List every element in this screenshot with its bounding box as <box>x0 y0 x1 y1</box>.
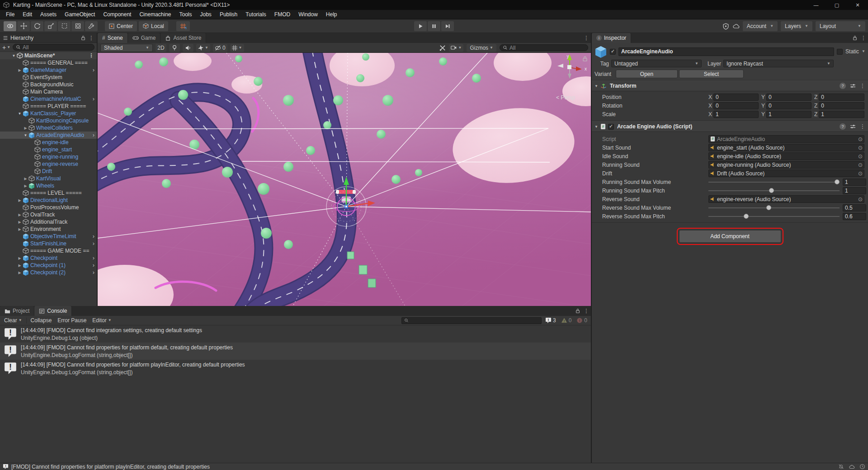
menu-fmod[interactable]: FMOD <box>270 10 294 19</box>
object-picker-icon[interactable]: ⊙ <box>858 170 863 177</box>
handle-rotation-button[interactable]: Local <box>139 21 168 31</box>
scene-audio-button[interactable] <box>183 44 193 52</box>
object-picker-icon[interactable]: ⊙ <box>858 153 863 160</box>
scene-lighting-button[interactable] <box>169 44 180 52</box>
expand-icon[interactable]: ▶ <box>23 177 28 181</box>
hierarchy-search-input[interactable]: All <box>13 44 94 51</box>
foldout-icon[interactable]: ▼ <box>594 84 598 88</box>
expand-icon[interactable]: ▼ <box>23 133 28 137</box>
tab-asset-store[interactable]: Asset Store <box>160 33 206 43</box>
help-icon[interactable]: ? <box>840 123 846 130</box>
position-z-input[interactable]: 0 <box>819 94 864 101</box>
running-sound-max-pitch-input[interactable]: 1 <box>843 187 866 194</box>
rotate-tool-button[interactable] <box>31 21 43 31</box>
layers-dropdown[interactable]: Layers▼ <box>781 21 812 31</box>
console-log-entry[interactable]: [14:44:09] [FMOD] Cannot find properties… <box>0 343 591 360</box>
presets-icon[interactable] <box>850 83 856 89</box>
hidden-objects-button[interactable]: 0 <box>213 44 227 52</box>
hierarchy-item-player-divider[interactable]: ===== PLAYER ===== <box>0 103 97 110</box>
menu-component[interactable]: Component <box>99 10 135 19</box>
reverse-sound-max-pitch-input[interactable]: 0.6 <box>843 213 866 220</box>
close-button[interactable]: ✕ <box>847 0 868 10</box>
step-button[interactable] <box>441 21 454 31</box>
component-enabled-checkbox[interactable] <box>608 124 614 130</box>
scale-y-input[interactable]: 1 <box>766 111 811 118</box>
gameobject-name-field[interactable]: ArcadeEngineAudio <box>618 47 834 56</box>
pause-button[interactable] <box>428 21 440 31</box>
gizmo-center-cube[interactable] <box>567 65 571 69</box>
static-checkbox[interactable] <box>837 49 843 55</box>
expand-icon[interactable]: ▼ <box>17 112 23 116</box>
hierarchy-item-arcadeengineaudio[interactable]: ▼ArcadeEngineAudio› <box>0 132 97 139</box>
layout-dropdown[interactable]: Layout▼ <box>816 21 865 31</box>
hierarchy-item-backgroundmusic[interactable]: BackgroundMusic <box>0 81 97 88</box>
object-picker-icon[interactable]: ⊙ <box>858 162 863 168</box>
kebab-menu-icon[interactable]: ⋮ <box>861 35 866 41</box>
hierarchy-item-objectivetimelimit[interactable]: ObjectiveTimeLimit› <box>0 233 97 240</box>
menu-window[interactable]: Window <box>294 10 322 19</box>
collab-icon[interactable] <box>722 23 729 30</box>
rotation-y-input[interactable]: 0 <box>766 102 811 109</box>
position-x-input[interactable]: 0 <box>713 94 759 101</box>
minimize-button[interactable]: — <box>806 0 826 10</box>
move-tool-button[interactable] <box>17 21 30 31</box>
script-component-header[interactable]: ▼ Arcade Engine Audio (Script) ? ⋮ <box>592 121 868 132</box>
pivot-mode-button[interactable]: Center <box>105 21 137 31</box>
hierarchy-item-directionallight[interactable]: ▶DirectionalLight <box>0 197 97 204</box>
add-component-button[interactable]: Add Component <box>679 230 781 243</box>
warning-count-badge[interactable]: 0 <box>560 317 573 324</box>
scale-tool-button[interactable] <box>44 21 57 31</box>
prefab-open-arrow-icon[interactable]: › <box>93 255 94 261</box>
lock-icon[interactable] <box>852 35 858 41</box>
prefab-select-button[interactable]: Select <box>679 70 744 78</box>
tab-project[interactable]: Project <box>0 306 34 316</box>
drift-field[interactable]: Drift (Audio Source) ⊙ <box>708 169 864 177</box>
expand-icon[interactable]: ▶ <box>17 68 23 72</box>
cloud-status-icon[interactable] <box>849 464 855 470</box>
static-dropdown-icon[interactable]: ▼ <box>862 50 865 53</box>
tab-inspector[interactable]: i Inspector <box>592 33 631 43</box>
log-count-badge[interactable]: 3 <box>544 317 557 324</box>
menu-publish[interactable]: Publish <box>216 10 241 19</box>
object-picker-icon[interactable]: ⊙ <box>858 196 863 202</box>
idle-sound-field[interactable]: engine-idle (Audio Source) ⊙ <box>708 152 864 160</box>
perspective-label[interactable]: < Persp <box>556 94 575 101</box>
kebab-menu-icon[interactable]: ⋮ <box>584 35 589 41</box>
hierarchy-item-engine-reverse[interactable]: engine-reverse <box>0 160 97 168</box>
help-icon[interactable]: ? <box>840 83 846 89</box>
status-bar[interactable]: [FMOD] Cannot find properties for platfo… <box>0 463 868 470</box>
menu-jobs[interactable]: Jobs <box>196 10 216 19</box>
hierarchy-item-startfinishline[interactable]: StartFinishLine› <box>0 240 97 247</box>
running-sound-max-volume-input[interactable]: 1 <box>843 179 866 186</box>
hierarchy-item-maincamera[interactable]: Main Camera <box>0 88 97 95</box>
hierarchy-item-ovaltrack[interactable]: ▶OvalTrack <box>0 211 97 218</box>
kebab-menu-icon[interactable]: ⋮ <box>89 52 94 59</box>
expand-icon[interactable]: ▶ <box>17 220 23 224</box>
console-log-entry[interactable]: [14:44:09] [FMOD] Cannot find properties… <box>0 360 591 377</box>
console-log-entry[interactable]: [14:44:09] [FMOD] Cannot find integratio… <box>0 325 591 343</box>
position-y-input[interactable]: 0 <box>766 94 811 101</box>
expand-icon[interactable]: ▶ <box>17 198 23 202</box>
kebab-menu-icon[interactable]: ⋮ <box>860 123 865 130</box>
expand-icon[interactable]: ▶ <box>17 227 23 231</box>
overlay-tools-icon[interactable] <box>439 45 446 51</box>
rect-tool-button[interactable] <box>58 21 71 31</box>
custom-tool-button[interactable] <box>85 21 98 31</box>
reverse-sound-max-volume-input[interactable]: 0.5 <box>843 204 866 212</box>
kebab-menu-icon[interactable]: ⋮ <box>584 308 589 314</box>
console-search-input[interactable] <box>401 317 542 324</box>
clear-button[interactable]: Clear▼ <box>2 316 24 325</box>
tab-game[interactable]: Game <box>128 33 161 43</box>
layer-dropdown[interactable]: Ignore Raycast▼ <box>723 60 834 67</box>
expand-icon[interactable]: ▶ <box>17 263 23 268</box>
account-dropdown[interactable]: Account▼ <box>743 21 778 31</box>
tab-console[interactable]: Console <box>34 306 72 316</box>
scene-effects-dropdown[interactable]: ▼ <box>196 44 210 52</box>
menu-tutorials[interactable]: Tutorials <box>241 10 270 19</box>
hierarchy-item-level-divider[interactable]: ===== LEVEL ===== <box>0 189 97 197</box>
hierarchy-item-gamemode-divider[interactable]: ===== GAME MODE == <box>0 247 97 254</box>
menu-gameobject[interactable]: GameObject <box>61 10 99 19</box>
add-gameobject-button[interactable]: +▼ <box>2 44 10 51</box>
hierarchy-item-wheels[interactable]: ▶Wheels <box>0 182 97 189</box>
object-picker-icon[interactable]: ⊙ <box>858 136 863 142</box>
